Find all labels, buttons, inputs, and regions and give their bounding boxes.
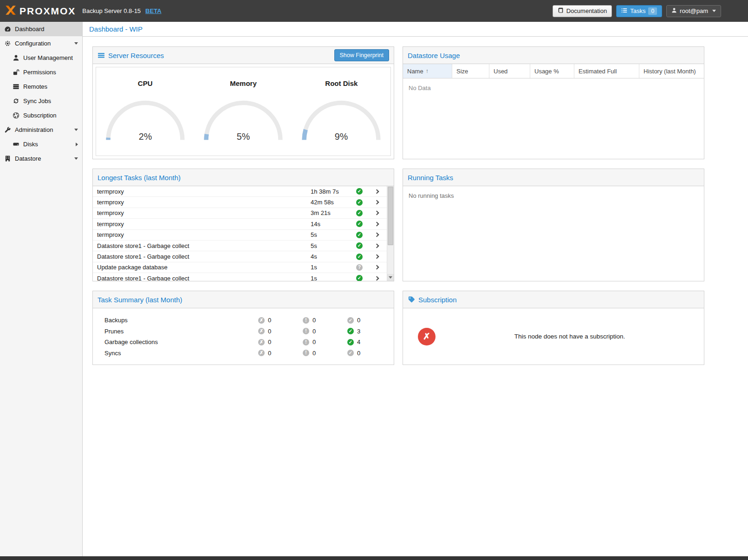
summary-row: Prunes 0 0 3 xyxy=(93,326,394,337)
column-header-name[interactable]: Name ↑ xyxy=(403,64,452,78)
open-task-button[interactable] xyxy=(366,190,387,193)
open-task-button[interactable] xyxy=(366,222,387,226)
open-task-button[interactable] xyxy=(366,277,387,280)
task-row[interactable]: termproxy 42m 58s xyxy=(93,197,387,208)
panel-title: Subscription xyxy=(418,296,457,304)
root-disk-gauge-arc: 9% xyxy=(298,98,385,143)
disk-icon xyxy=(13,141,20,148)
sidebar-item-administration[interactable]: Administration xyxy=(0,123,82,137)
warning-icon xyxy=(303,350,309,356)
sidebar-item-disks[interactable]: Disks xyxy=(0,137,82,151)
task-summary-table: Backups 0 0 0 Prunes 0 0 3 Garbage colle… xyxy=(93,308,394,358)
ok-icon xyxy=(347,339,354,345)
sidebar-item-label: Dashboard xyxy=(15,26,45,33)
column-header-usage-pct[interactable]: Usage % xyxy=(530,64,574,78)
task-status-icon xyxy=(356,232,363,238)
chevron-right-icon xyxy=(374,254,379,259)
documentation-button[interactable]: Documentation xyxy=(553,5,612,17)
cpu-gauge-arc: 2% xyxy=(102,98,189,143)
sidebar-item-label: Administration xyxy=(15,126,53,133)
summary-row: Backups 0 0 0 xyxy=(93,315,394,326)
chevron-right-icon xyxy=(374,211,379,215)
bottom-bar xyxy=(0,556,748,560)
subscription-message: This node does not have a subscription. xyxy=(436,333,704,340)
sidebar-item-label: Permissions xyxy=(23,69,56,76)
no-data-text: No Data xyxy=(403,78,704,98)
sidebar-item-datastore[interactable]: Datastore xyxy=(0,151,82,166)
tasks-button[interactable]: Tasks 0 xyxy=(616,5,662,17)
open-task-button[interactable] xyxy=(366,244,387,247)
server-icon xyxy=(13,83,20,90)
panel-title: Server Resources xyxy=(108,52,164,59)
refresh-icon xyxy=(13,98,20,104)
caret-down-icon xyxy=(74,42,78,45)
sidebar-item-permissions[interactable]: Permissions xyxy=(0,65,82,79)
panel-title: Datastore Usage xyxy=(408,52,460,59)
show-fingerprint-button[interactable]: Show Fingerprint xyxy=(334,49,390,61)
svg-text:5%: 5% xyxy=(237,131,250,142)
user-menu-button[interactable]: root@pam xyxy=(666,5,721,17)
ok-icon xyxy=(347,328,354,334)
sidebar-item-configuration[interactable]: Configuration xyxy=(0,36,82,51)
open-task-button[interactable] xyxy=(366,233,387,236)
ok-count: 0 xyxy=(357,317,360,324)
sidebar-item-remotes[interactable]: Remotes xyxy=(0,79,82,94)
svg-text:9%: 9% xyxy=(335,131,348,142)
page-title: Dashboard - WIP xyxy=(83,22,748,37)
error-icon xyxy=(258,328,265,334)
open-task-button[interactable] xyxy=(366,201,387,204)
column-header-history[interactable]: History (last Month) xyxy=(639,64,704,78)
open-task-button[interactable] xyxy=(366,266,387,269)
beta-link[interactable]: BETA xyxy=(145,7,161,14)
sidebar-item-subscription[interactable]: Subscription xyxy=(0,108,82,123)
error-count: 0 xyxy=(268,328,271,335)
no-subscription-icon: ✗ xyxy=(418,328,436,345)
gauge-label: CPU xyxy=(138,79,153,87)
datastore-usage-header: Datastore Usage xyxy=(403,47,704,64)
datastore-usage-panel: Datastore Usage Name ↑ Size Used Usage %… xyxy=(403,46,704,159)
longest-tasks-panel: Longest Tasks (last Month) termproxy 1h … xyxy=(92,169,394,281)
running-tasks-panel: Running Tasks No running tasks xyxy=(403,169,704,281)
gauge-label: Memory xyxy=(230,79,257,87)
column-header-estimated-full[interactable]: Estimated Full xyxy=(574,64,639,78)
column-header-size[interactable]: Size xyxy=(452,64,489,78)
task-row[interactable]: termproxy 1h 38m 7s xyxy=(93,186,387,197)
task-row[interactable]: termproxy 3m 21s xyxy=(93,208,387,219)
scroll-down-button[interactable] xyxy=(387,274,394,281)
user-icon xyxy=(13,54,20,61)
scrollbar-thumb[interactable] xyxy=(388,187,393,245)
datastore-icon xyxy=(4,155,11,162)
task-row[interactable]: Datastore store1 - Garbage collect 5s xyxy=(93,241,387,251)
task-row[interactable]: termproxy 5s xyxy=(93,230,387,241)
task-summary-header: Task Summary (last Month) xyxy=(93,291,394,308)
ok-icon xyxy=(347,317,354,324)
error-icon xyxy=(258,317,265,324)
error-count: 0 xyxy=(268,350,271,357)
task-row[interactable]: Datastore store1 - Garbage collect 1s xyxy=(93,273,387,281)
sidebar-item-sync-jobs[interactable]: Sync Jobs xyxy=(0,94,82,108)
chevron-right-icon xyxy=(374,233,379,237)
task-status-icon xyxy=(356,264,363,271)
longest-tasks-list: termproxy 1h 38m 7s termproxy 42m 58s xyxy=(93,186,394,281)
proxmox-logo: PROXMOX xyxy=(5,4,76,18)
task-status-icon xyxy=(356,210,363,216)
warning-icon xyxy=(303,328,309,334)
book-icon xyxy=(558,7,564,15)
sidebar-item-user-management[interactable]: User Management xyxy=(0,51,82,65)
gauge-container: CPU 2% Memory 5% xyxy=(96,67,391,156)
task-row[interactable]: termproxy 14s xyxy=(93,219,387,229)
sidebar-item-dashboard[interactable]: Dashboard xyxy=(0,22,82,36)
gauge-label: Root Disk xyxy=(325,79,358,87)
open-task-button[interactable] xyxy=(366,255,387,258)
task-row[interactable]: Datastore store1 - Garbage collect 4s xyxy=(93,251,387,262)
task-status-icon xyxy=(356,188,363,195)
open-task-button[interactable] xyxy=(366,211,387,215)
task-row[interactable]: Update package database 1s xyxy=(93,262,387,273)
chevron-right-icon xyxy=(374,189,379,194)
tachometer-icon xyxy=(4,26,11,33)
task-status-icon xyxy=(356,242,363,249)
column-header-used[interactable]: Used xyxy=(489,64,530,78)
chevron-right-icon xyxy=(374,200,379,205)
vertical-scrollbar[interactable] xyxy=(387,186,394,281)
task-status-icon xyxy=(356,275,363,281)
